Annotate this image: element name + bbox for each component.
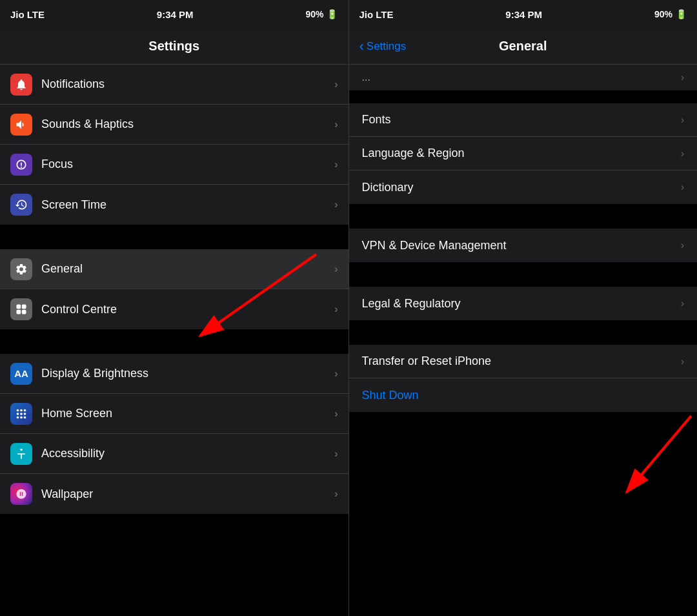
general-item-partial[interactable]: ... › bbox=[349, 65, 698, 90]
left-panel: Jio LTE 9:34 PM 90% 🔋 Settings Notificat… bbox=[0, 0, 349, 616]
svg-point-11 bbox=[20, 416, 23, 418]
sidebar-item-focus[interactable]: Focus › bbox=[0, 145, 348, 185]
left-status-left: Jio LTE bbox=[10, 9, 45, 20]
language-label: Language & Region bbox=[362, 147, 681, 160]
general-item-fonts[interactable]: Fonts › bbox=[349, 103, 698, 137]
right-group-3: Legal & Regulatory › bbox=[349, 287, 698, 320]
right-group-2: VPN & Device Management › bbox=[349, 229, 698, 262]
transfer-label: Transfer or Reset iPhone bbox=[362, 354, 681, 368]
general-item-transfer[interactable]: Transfer or Reset iPhone › bbox=[349, 345, 698, 378]
dictionary-label: Dictionary bbox=[362, 181, 681, 194]
battery-right: 90% bbox=[654, 9, 672, 19]
right-gap-1 bbox=[349, 205, 698, 229]
right-status-time: 9:34 PM bbox=[505, 9, 542, 20]
vpn-chevron: › bbox=[681, 240, 684, 251]
sidebar-item-sounds[interactable]: Sounds & Haptics › bbox=[0, 105, 348, 145]
control-centre-label: Control Centre bbox=[41, 303, 329, 316]
home-screen-label: Home Screen bbox=[41, 407, 329, 420]
svg-point-12 bbox=[24, 416, 26, 418]
back-chevron-icon: ‹ bbox=[359, 38, 364, 55]
left-status-right: 90% 🔋 bbox=[305, 9, 338, 19]
sidebar-item-screen-time[interactable]: Screen Time › bbox=[0, 185, 348, 225]
wallpaper-label: Wallpaper bbox=[41, 488, 329, 501]
left-nav-bar: Settings bbox=[0, 28, 348, 65]
display-chevron: › bbox=[334, 368, 338, 380]
right-status-bar: Jio LTE 9:34 PM 90% 🔋 bbox=[349, 0, 698, 28]
svg-rect-1 bbox=[22, 305, 26, 309]
general-item-dictionary[interactable]: Dictionary › bbox=[349, 170, 698, 204]
general-icon bbox=[10, 258, 32, 280]
left-gap-1 bbox=[0, 226, 348, 249]
fonts-chevron: › bbox=[681, 114, 684, 126]
carrier-left: Jio bbox=[10, 9, 25, 20]
screen-time-chevron: › bbox=[334, 199, 338, 210]
right-panel: Jio LTE 9:34 PM 90% 🔋 ‹ Settings General… bbox=[349, 0, 698, 616]
vpn-label: VPN & Device Management bbox=[362, 239, 681, 252]
carrier-right: Jio bbox=[359, 9, 374, 20]
screen-time-label: Screen Time bbox=[41, 198, 329, 212]
sidebar-item-control-centre[interactable]: Control Centre › bbox=[0, 289, 348, 329]
svg-rect-0 bbox=[17, 305, 21, 309]
sidebar-item-general[interactable]: General › bbox=[0, 249, 348, 289]
sidebar-item-accessibility[interactable]: Accessibility › bbox=[0, 434, 348, 474]
svg-point-6 bbox=[24, 409, 26, 411]
sidebar-item-display[interactable]: AA Display & Brightness › bbox=[0, 354, 348, 394]
right-gap-2 bbox=[349, 263, 698, 287]
sounds-icon bbox=[10, 114, 32, 136]
svg-rect-3 bbox=[22, 310, 26, 314]
svg-point-7 bbox=[17, 413, 19, 415]
left-settings-list: Notifications › Sounds & Haptics › Focus… bbox=[0, 65, 348, 616]
general-item-language[interactable]: Language & Region › bbox=[349, 137, 698, 170]
home-screen-chevron: › bbox=[334, 408, 338, 420]
sounds-label: Sounds & Haptics bbox=[41, 118, 329, 131]
partial-chevron: › bbox=[681, 72, 684, 83]
battery-icon-left: 🔋 bbox=[327, 9, 338, 19]
svg-point-9 bbox=[24, 413, 26, 415]
back-button[interactable]: ‹ Settings bbox=[359, 38, 407, 55]
general-item-vpn[interactable]: VPN & Device Management › bbox=[349, 229, 698, 262]
battery-icon-right: 🔋 bbox=[676, 9, 687, 19]
language-chevron: › bbox=[681, 148, 684, 159]
notifications-icon bbox=[10, 74, 32, 96]
partial-label: ... bbox=[362, 72, 681, 83]
legal-label: Legal & Regulatory bbox=[362, 297, 681, 311]
svg-point-8 bbox=[20, 413, 23, 415]
notifications-label: Notifications bbox=[41, 77, 329, 91]
general-item-shutdown[interactable]: Shut Down bbox=[349, 378, 698, 412]
left-status-time: 9:34 PM bbox=[157, 9, 194, 20]
network-right: LTE bbox=[376, 9, 393, 20]
general-label: General bbox=[41, 262, 329, 276]
svg-rect-2 bbox=[17, 310, 21, 314]
right-settings-list: ... › Fonts › Language & Region › Dictio… bbox=[349, 65, 698, 616]
sidebar-item-notifications[interactable]: Notifications › bbox=[0, 65, 348, 105]
legal-chevron: › bbox=[681, 298, 684, 309]
right-group-top: ... › bbox=[349, 65, 698, 90]
transfer-chevron: › bbox=[681, 356, 684, 367]
general-chevron: › bbox=[334, 263, 338, 275]
sidebar-item-home-screen[interactable]: Home Screen › bbox=[0, 394, 348, 434]
accessibility-chevron: › bbox=[334, 448, 338, 460]
general-item-legal[interactable]: Legal & Regulatory › bbox=[349, 287, 698, 320]
right-gap-0 bbox=[349, 92, 698, 103]
home-screen-icon bbox=[10, 403, 32, 425]
right-group-4: Transfer or Reset iPhone › Shut Down bbox=[349, 345, 698, 412]
focus-icon bbox=[10, 154, 32, 176]
back-label: Settings bbox=[367, 40, 406, 53]
battery-left: 90% bbox=[305, 9, 323, 19]
right-nav-bar: ‹ Settings General bbox=[349, 28, 698, 65]
right-panel-title: General bbox=[499, 39, 547, 54]
sidebar-item-wallpaper[interactable]: Wallpaper › bbox=[0, 474, 348, 514]
focus-label: Focus bbox=[41, 158, 329, 171]
control-centre-icon bbox=[10, 298, 32, 320]
display-icon: AA bbox=[10, 363, 32, 385]
shutdown-label: Shut Down bbox=[362, 389, 685, 402]
left-status-bar: Jio LTE 9:34 PM 90% 🔋 bbox=[0, 0, 348, 28]
wallpaper-chevron: › bbox=[334, 488, 338, 500]
svg-point-10 bbox=[17, 416, 19, 418]
accessibility-label: Accessibility bbox=[41, 447, 329, 460]
right-gap-3 bbox=[349, 322, 698, 345]
right-status-right: 90% 🔋 bbox=[654, 9, 687, 19]
notifications-chevron: › bbox=[334, 79, 338, 90]
svg-point-5 bbox=[20, 409, 23, 411]
left-group-3: AA Display & Brightness › Home Screen › … bbox=[0, 354, 348, 514]
